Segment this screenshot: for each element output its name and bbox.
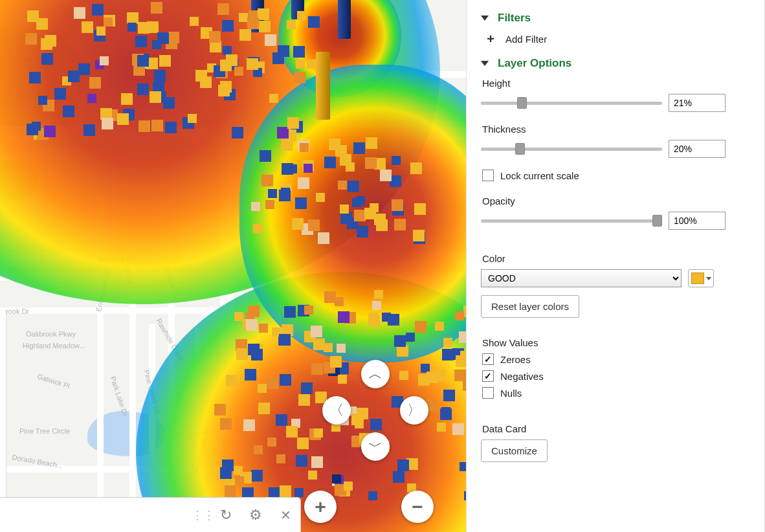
height-value-input[interactable] — [669, 94, 726, 112]
chevron-down-icon — [706, 277, 711, 280]
close-button[interactable]: ✕ — [271, 500, 300, 530]
toolbar-grip-icon[interactable]: ⋮⋮ — [192, 508, 211, 522]
data-cube — [29, 72, 41, 83]
data-cube — [195, 70, 207, 82]
data-cube — [265, 34, 276, 46]
opacity-slider[interactable] — [481, 219, 662, 223]
data-cube — [245, 369, 256, 381]
data-cube — [393, 471, 405, 483]
data-cube — [380, 170, 392, 181]
data-cube — [296, 60, 305, 69]
road-label: Gatwick Pl — [36, 372, 71, 390]
map-viewport[interactable]: ...olf Club Dallas Keller Springs Rd Bel… — [0, 0, 466, 532]
data-cube — [318, 232, 329, 244]
data-cube — [344, 482, 353, 491]
map-pan-right-button[interactable]: 〉 — [400, 396, 428, 425]
refresh-button[interactable]: ↻ — [211, 500, 241, 530]
data-cube — [287, 117, 299, 129]
map-toolbar: ⋮⋮ ↻ ⚙ ✕ — [0, 497, 301, 532]
data-cube — [406, 333, 415, 342]
thickness-slider[interactable] — [481, 148, 662, 151]
layer-options-title: Layer Options — [498, 57, 571, 70]
negatives-checkbox[interactable] — [482, 370, 494, 382]
data-cube — [370, 419, 382, 430]
chevron-down-icon — [481, 61, 489, 66]
data-cube — [288, 164, 297, 173]
data-cube — [220, 467, 232, 479]
map-pan-down-button[interactable]: ﹀ — [361, 432, 390, 461]
data-cube — [329, 139, 340, 150]
data-cube — [338, 311, 349, 323]
data-cube — [236, 348, 248, 360]
thickness-label: Thickness — [482, 124, 749, 135]
data-cube — [435, 322, 444, 331]
data-cube — [137, 55, 149, 67]
data-cube — [304, 164, 313, 173]
map-zoom-out-button[interactable]: − — [401, 491, 434, 523]
height-slider[interactable] — [481, 102, 662, 105]
customize-data-card-button[interactable]: Customize — [481, 439, 548, 462]
add-filter-button[interactable]: + Add Filter — [486, 32, 750, 45]
data-cube — [335, 297, 344, 306]
data-cube — [324, 343, 333, 352]
data-cube — [284, 306, 296, 318]
data-cube — [150, 91, 161, 103]
nulls-checkbox[interactable] — [482, 387, 494, 399]
data-cube — [298, 177, 309, 189]
data-cube — [316, 193, 325, 202]
data-cube — [217, 3, 229, 15]
color-swatch-button[interactable] — [688, 269, 714, 287]
road-label: Keller Springs Rd — [353, 67, 408, 75]
layer-options-section-header[interactable]: Layer Options — [481, 57, 750, 70]
data-cube — [260, 150, 271, 162]
data-cube — [159, 55, 171, 67]
data-cube — [190, 17, 199, 26]
data-cube — [368, 491, 377, 500]
data-cube — [139, 120, 150, 132]
data-cube — [460, 462, 466, 471]
data-cube — [454, 370, 466, 381]
data-cube — [297, 438, 309, 449]
data-cube — [279, 334, 291, 346]
map-zoom-in-button[interactable]: + — [304, 491, 337, 523]
data-cube — [427, 371, 438, 383]
data-cube — [364, 208, 376, 219]
map-pan-left-button[interactable]: 〈 — [322, 396, 351, 425]
data-cube — [301, 382, 313, 394]
nulls-label: Nulls — [500, 388, 522, 399]
data-cube — [348, 181, 359, 192]
zeroes-checkbox[interactable] — [482, 353, 494, 365]
opacity-value-input[interactable] — [669, 212, 726, 230]
data-cube — [442, 349, 454, 360]
data-cube — [314, 428, 323, 438]
color-field-select[interactable]: GOOD — [481, 269, 682, 287]
map-pan-up-button[interactable]: ︿ — [361, 360, 390, 388]
data-cube — [298, 394, 310, 406]
data-cube — [357, 408, 368, 419]
data-cube — [214, 404, 226, 416]
reset-layer-colors-button[interactable]: Reset layer colors — [481, 295, 579, 318]
data-cube — [27, 10, 39, 22]
data-cube — [225, 485, 236, 497]
data-cube — [267, 377, 278, 389]
data-cube — [330, 356, 342, 368]
data-cube — [311, 456, 323, 468]
data-cube — [151, 120, 163, 131]
data-cube — [308, 471, 317, 480]
thickness-value-input[interactable] — [669, 140, 726, 158]
data-cube — [32, 122, 41, 131]
data-cube — [292, 218, 304, 230]
data-cube — [63, 105, 74, 117]
data-cube — [352, 198, 361, 207]
filters-section-header[interactable]: Filters — [481, 12, 750, 25]
data-cube — [268, 189, 277, 198]
road-label: Venture Dr — [163, 265, 179, 300]
data-cube — [338, 375, 347, 384]
data-cube — [102, 118, 113, 129]
data-cube — [463, 305, 466, 317]
data-cube — [304, 305, 313, 315]
settings-button[interactable]: ⚙ — [241, 500, 271, 530]
data-cube — [209, 31, 221, 43]
data-cube — [459, 331, 466, 343]
lock-scale-checkbox[interactable] — [482, 170, 494, 181]
